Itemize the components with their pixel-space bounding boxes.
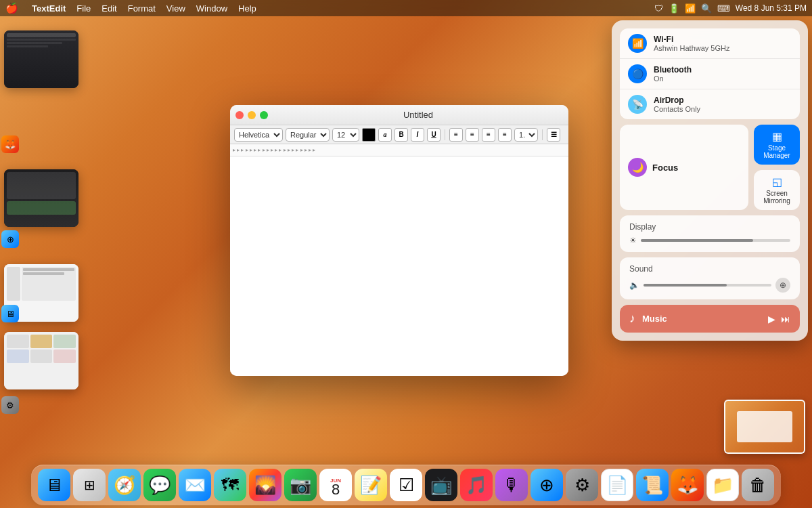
- systemprefs-side-icon[interactable]: ⚙: [1, 396, 19, 414]
- dock-item-messages[interactable]: 💬: [143, 469, 176, 501]
- dock-item-trash[interactable]: 🗑: [742, 469, 774, 501]
- bluetooth-icon: 🔵: [628, 64, 647, 83]
- menu-help[interactable]: Help: [238, 3, 256, 14]
- finder-side-icon[interactable]: 🖥: [1, 305, 19, 322]
- control-center: 📶 Wi-Fi Ashwin Hathway 5GHz 🔵 Bluetooth …: [612, 20, 808, 341]
- dock-item-systemprefs[interactable]: ⚙: [566, 469, 598, 501]
- airdrop-toggle[interactable]: 📡 AirDrop Contacts Only: [620, 89, 800, 119]
- dock-item-appstore[interactable]: ⊕: [531, 469, 563, 501]
- window-minimize-button[interactable]: [248, 111, 256, 119]
- brightness-low-icon: ☀: [629, 236, 637, 245]
- window-maximize-button[interactable]: [260, 111, 268, 119]
- airplay-sound-button[interactable]: ⊕: [775, 278, 790, 293]
- brightness-slider[interactable]: [641, 239, 790, 242]
- airdrop-status: Contacts Only: [654, 105, 700, 113]
- focus-label: Focus: [652, 163, 678, 173]
- datetime-label[interactable]: Wed 8 Jun 5:31 PM: [736, 3, 807, 13]
- screenshot-thumbnail[interactable]: [724, 400, 805, 454]
- app-name-label[interactable]: TextEdit: [32, 3, 66, 14]
- dock-item-textedit[interactable]: 📄: [601, 469, 633, 501]
- dock-item-launchpad[interactable]: ⊞: [73, 469, 106, 501]
- screen-mirroring-tile[interactable]: ◱ Screen Mirroring: [754, 170, 800, 210]
- dock-item-scripteditor[interactable]: 📜: [636, 469, 669, 501]
- dock-item-music[interactable]: 🎵: [460, 469, 493, 501]
- menu-file[interactable]: File: [76, 3, 91, 14]
- italic-btn[interactable]: a: [378, 128, 392, 142]
- dock-item-podcasts[interactable]: 🎙: [495, 469, 528, 501]
- stage-thumbnail-1[interactable]: [4, 30, 78, 88]
- dock-item-mail[interactable]: ✉️: [179, 469, 211, 501]
- window-title: Untitled: [273, 110, 563, 120]
- focus-icon: 🌙: [628, 158, 647, 177]
- wifi-toggle[interactable]: 📶 Wi-Fi Ashwin Hathway 5GHz: [620, 28, 800, 58]
- document-content[interactable]: [230, 156, 568, 376]
- small-tiles: ▦ Stage Manager ◱ Screen Mirroring: [754, 125, 800, 210]
- window-close-button[interactable]: [235, 111, 244, 119]
- dock-item-facetime[interactable]: 📷: [284, 469, 317, 501]
- stage-manager-tile[interactable]: ▦ Stage Manager: [754, 125, 800, 165]
- window-ruler: ▸ ▸ ▸ ▸ ▸ ▸ ▸ ▸ ▸ ▸ ▸ ▸ ▸ ▸ ▸ ▸ ▸ ▸ ▸ ▸: [230, 144, 568, 156]
- menu-view[interactable]: View: [166, 3, 185, 14]
- dock: 🖥 ⊞ 🧭 💬 ✉️ 🗺 🌄 📷 JUN 8 📝 ☑ 📺 🎵 🎙 ⊕ ⚙ 📄 📜…: [31, 465, 781, 505]
- line-spacing-select[interactable]: 1.0: [514, 128, 538, 142]
- stage-thumbnail-4[interactable]: [4, 332, 78, 389]
- list-btn[interactable]: ☰: [547, 128, 560, 142]
- align-justify-btn[interactable]: ≡: [498, 128, 512, 142]
- dock-item-calendar[interactable]: JUN 8: [319, 469, 352, 501]
- music-label: Music: [642, 314, 761, 324]
- dock-item-appletv[interactable]: 📺: [425, 469, 457, 501]
- firefox-side-icon[interactable]: 🦊: [1, 135, 19, 153]
- dock-item-finder[interactable]: 🖥: [38, 469, 70, 501]
- focus-tile[interactable]: 🌙 Focus: [620, 125, 748, 210]
- dock-item-photos[interactable]: 🌄: [249, 469, 281, 501]
- play-button[interactable]: ▶: [768, 314, 775, 324]
- menu-edit[interactable]: Edit: [102, 3, 116, 14]
- align-center-btn[interactable]: ≡: [466, 128, 479, 142]
- widgets-row: 🌙 Focus ▦ Stage Manager ◱ Screen Mirrori…: [620, 125, 800, 210]
- bluetooth-toggle[interactable]: 🔵 Bluetooth On: [620, 58, 800, 89]
- stage-thumbnail-2[interactable]: [4, 169, 78, 227]
- fast-forward-button[interactable]: ⏭: [781, 314, 790, 324]
- window-toolbar: Helvetica Regular 12 a B I U ≡ ≡ ≡ ≡ 1.0…: [230, 125, 568, 144]
- battery-icon[interactable]: 🔋: [669, 3, 679, 14]
- volume-low-icon: 🔈: [629, 280, 639, 290]
- search-icon[interactable]: 🔍: [701, 3, 712, 14]
- apple-menu-icon[interactable]: 🍎: [5, 2, 18, 14]
- screen-mirroring-label: Screen Mirroring: [761, 190, 793, 205]
- dock-item-firefox[interactable]: 🦊: [671, 469, 704, 501]
- shield-icon[interactable]: 🛡: [654, 3, 663, 14]
- wifi-icon: 📶: [628, 34, 647, 53]
- volume-slider[interactable]: [644, 284, 771, 287]
- dock-item-reminders[interactable]: ☑: [390, 469, 422, 501]
- font-size-select[interactable]: 12: [332, 128, 359, 142]
- align-right-btn[interactable]: ≡: [482, 128, 495, 142]
- stage-manager-label: Stage Manager: [761, 144, 793, 159]
- font-style-select[interactable]: Regular: [286, 128, 330, 142]
- dock-item-notes[interactable]: 📝: [355, 469, 387, 501]
- italic-btn2[interactable]: I: [411, 128, 424, 142]
- align-left-btn[interactable]: ≡: [449, 128, 463, 142]
- display-label: Display: [629, 222, 790, 232]
- stage-manager-icon: ▦: [772, 130, 782, 143]
- menu-window[interactable]: Window: [196, 3, 227, 14]
- font-family-select[interactable]: Helvetica: [234, 128, 283, 142]
- bluetooth-name: Bluetooth: [654, 65, 692, 75]
- network-section: 📶 Wi-Fi Ashwin Hathway 5GHz 🔵 Bluetooth …: [620, 28, 800, 119]
- dock-item-safari[interactable]: 🧭: [108, 469, 141, 501]
- music-tile[interactable]: ♪ Music ▶ ⏭: [620, 305, 800, 333]
- bold-btn[interactable]: B: [394, 128, 408, 142]
- color-picker[interactable]: [362, 128, 376, 142]
- airdrop-icon: 📡: [628, 95, 647, 114]
- sound-label: Sound: [629, 264, 790, 274]
- appstore-side-icon[interactable]: ⊕: [1, 230, 19, 248]
- sound-section: Sound 🔈 ⊕: [620, 257, 800, 299]
- wifi-name: Wi-Fi: [654, 35, 730, 44]
- menu-format[interactable]: Format: [128, 3, 156, 14]
- display-section: Display ☀: [620, 215, 800, 252]
- spotlight-icon[interactable]: ⌨: [717, 3, 730, 14]
- underline-btn[interactable]: U: [427, 128, 441, 142]
- wifi-icon[interactable]: 📶: [685, 3, 696, 14]
- dock-item-files[interactable]: 📁: [706, 469, 739, 501]
- dock-item-maps[interactable]: 🗺: [214, 469, 246, 501]
- menubar: 🍎 TextEdit File Edit Format View Window …: [0, 0, 812, 16]
